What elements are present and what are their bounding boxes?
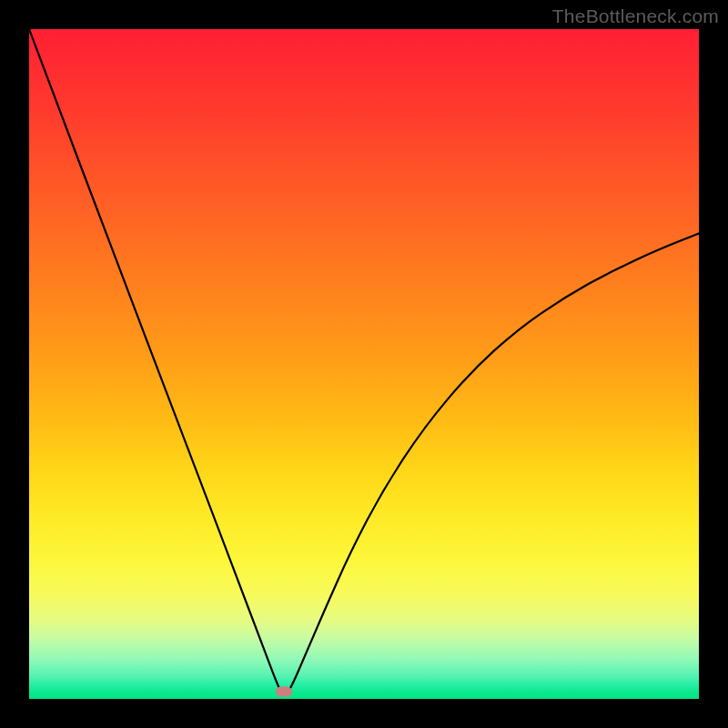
plot-area	[29, 29, 699, 699]
bottleneck-curve	[29, 29, 699, 699]
watermark-text: TheBottleneck.com	[552, 5, 719, 27]
chart-frame: TheBottleneck.com	[0, 0, 728, 728]
minimum-marker	[276, 687, 292, 697]
